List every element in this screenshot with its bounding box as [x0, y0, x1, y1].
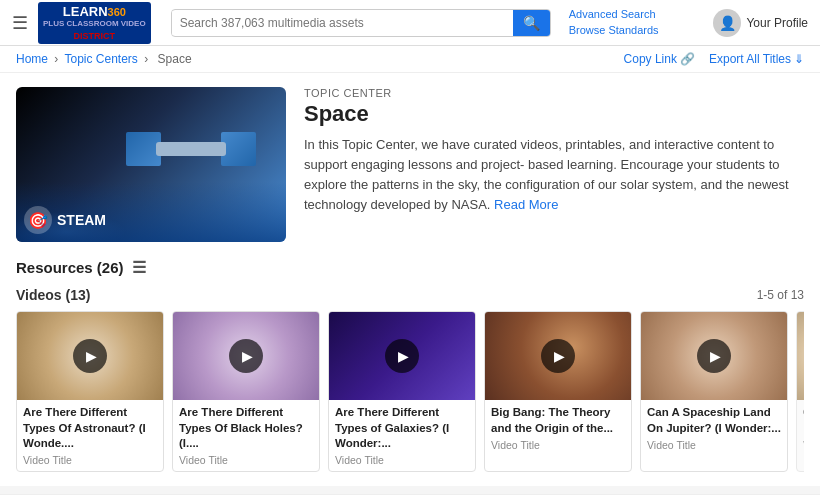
- card-body-1: Are There Different Types Of Astronaut? …: [17, 400, 163, 471]
- video-cards-row: ▶ Are There Different Types Of Astronaut…: [16, 311, 804, 472]
- breadcrumb-bar: Home › Topic Centers › Space Copy Link 🔗…: [0, 46, 820, 73]
- video-sub-4: Video Title: [491, 439, 625, 451]
- play-button-4[interactable]: ▶: [541, 339, 575, 373]
- play-button-1[interactable]: ▶: [73, 339, 107, 373]
- video-thumb-4: ▶: [485, 312, 631, 400]
- video-card-2[interactable]: ▶ Are There Different Types Of Black Hol…: [172, 311, 320, 472]
- copy-link-btn[interactable]: Copy Link 🔗: [624, 52, 695, 66]
- video-card-5[interactable]: ▶ Can A Spaceship Land On Jupiter? (I Wo…: [640, 311, 788, 472]
- video-title-partial: Car...: [803, 405, 804, 437]
- header: ☰ LEARN360 PLUS CLASSROOM VIDEO DISTRICT…: [0, 0, 820, 46]
- steam-icon: 🎯: [24, 206, 52, 234]
- advanced-search-link[interactable]: Advanced Search: [569, 7, 659, 22]
- logo-360: 360: [108, 6, 126, 19]
- play-button-5[interactable]: ▶: [697, 339, 731, 373]
- export-all-btn[interactable]: Export All Titles ⇓: [709, 52, 804, 66]
- resources-label: Resources (26): [16, 259, 124, 276]
- video-sub-partial: Vide...: [803, 439, 804, 451]
- video-title-2: Are There Different Types Of Black Holes…: [179, 405, 313, 452]
- steam-badge: 🎯 STEAM: [24, 206, 106, 234]
- video-sub-5: Video Title: [647, 439, 781, 451]
- video-thumb-3: ▶: [329, 312, 475, 400]
- profile-icon: 👤: [713, 9, 741, 37]
- video-title-1: Are There Different Types Of Astronaut? …: [23, 405, 157, 452]
- card-body-3: Are There Different Types of Galaxies? (…: [329, 400, 475, 471]
- topic-title: Space: [304, 101, 804, 127]
- videos-pagination: 1-5 of 13: [757, 288, 804, 302]
- video-title-5: Can A Spaceship Land On Jupiter? (I Wond…: [647, 405, 781, 437]
- resources-header: Resources (26) ☰: [16, 258, 804, 277]
- card-body-4: Big Bang: The Theory and the Origin of t…: [485, 400, 631, 456]
- search-input[interactable]: [172, 11, 513, 35]
- topic-header: 🎯 STEAM Topic Center Space In this Topic…: [16, 87, 804, 242]
- card-body-partial: Car... Vide...: [797, 400, 804, 456]
- search-button[interactable]: 🔍: [513, 10, 550, 36]
- card-body-2: Are There Different Types Of Black Holes…: [173, 400, 319, 471]
- browse-standards-link[interactable]: Browse Standards: [569, 23, 659, 38]
- profile-label: Your Profile: [746, 16, 808, 30]
- breadcrumb-current: Space: [158, 52, 192, 66]
- video-card-1[interactable]: ▶ Are There Different Types Of Astronaut…: [16, 311, 164, 472]
- topic-center-label: Topic Center: [304, 87, 804, 99]
- videos-section-title: Videos (13): [16, 287, 90, 303]
- iss-body: [156, 142, 226, 156]
- topic-image: 🎯 STEAM: [16, 87, 286, 242]
- read-more-link[interactable]: Read More: [494, 197, 558, 212]
- video-title-4: Big Bang: The Theory and the Origin of t…: [491, 405, 625, 437]
- topic-info: Topic Center Space In this Topic Center,…: [304, 87, 804, 242]
- logo-district: DISTRICT: [74, 31, 116, 42]
- video-thumb-1: ▶: [17, 312, 163, 400]
- list-view-icon[interactable]: ☰: [132, 258, 146, 277]
- card-body-5: Can A Spaceship Land On Jupiter? (I Wond…: [641, 400, 787, 456]
- videos-section-header: Videos (13) 1-5 of 13: [16, 287, 804, 303]
- video-title-3: Are There Different Types of Galaxies? (…: [335, 405, 469, 452]
- video-thumb-2: ▶: [173, 312, 319, 400]
- video-thumb-5: ▶: [641, 312, 787, 400]
- interactives-section: Interactives (9) 1-5 of 9: [0, 494, 820, 500]
- video-sub-1: Video Title: [23, 454, 157, 466]
- play-triangle-icon: ▶: [242, 348, 253, 364]
- video-card-4[interactable]: ▶ Big Bang: The Theory and the Origin of…: [484, 311, 632, 472]
- play-triangle-icon: ▶: [710, 348, 721, 364]
- menu-icon[interactable]: ☰: [12, 12, 28, 34]
- play-triangle-icon: ▶: [86, 348, 97, 364]
- iss-wing-right: [221, 132, 256, 166]
- breadcrumb-home[interactable]: Home: [16, 52, 48, 66]
- breadcrumb-actions: Copy Link 🔗 Export All Titles ⇓: [624, 52, 804, 66]
- logo-learn: LEARN: [63, 4, 108, 20]
- header-links: Advanced Search Browse Standards: [569, 7, 659, 38]
- play-button-3[interactable]: ▶: [385, 339, 419, 373]
- play-triangle-icon: ▶: [554, 348, 565, 364]
- play-button-2[interactable]: ▶: [229, 339, 263, 373]
- steam-label: STEAM: [57, 212, 106, 228]
- download-icon: ⇓: [794, 52, 804, 66]
- iss-visual: [126, 107, 256, 187]
- video-thumb-partial: ▶: [797, 312, 804, 400]
- breadcrumb-topic-centers[interactable]: Topic Centers: [64, 52, 137, 66]
- video-card-partial: ▶ Car... Vide...: [796, 311, 804, 472]
- search-bar: 🔍: [171, 9, 551, 37]
- profile-area[interactable]: 👤 Your Profile: [713, 9, 808, 37]
- logo[interactable]: LEARN360 PLUS CLASSROOM VIDEO DISTRICT: [38, 2, 151, 44]
- breadcrumb: Home › Topic Centers › Space: [16, 52, 195, 66]
- link-icon: 🔗: [680, 52, 695, 66]
- main-content: 🎯 STEAM Topic Center Space In this Topic…: [0, 73, 820, 486]
- logo-tagline: PLUS CLASSROOM VIDEO: [43, 19, 146, 29]
- play-triangle-icon: ▶: [398, 348, 409, 364]
- video-sub-2: Video Title: [179, 454, 313, 466]
- topic-description: In this Topic Center, we have curated vi…: [304, 135, 804, 216]
- video-sub-3: Video Title: [335, 454, 469, 466]
- video-card-3[interactable]: ▶ Are There Different Types of Galaxies?…: [328, 311, 476, 472]
